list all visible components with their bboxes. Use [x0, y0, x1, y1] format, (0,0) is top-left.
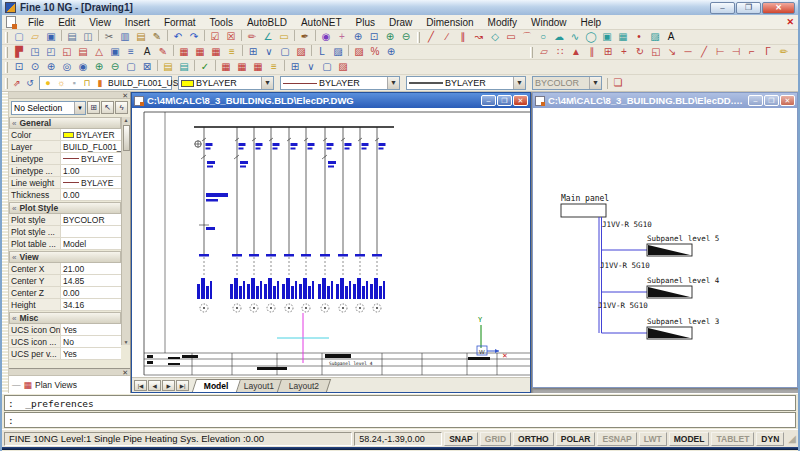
view-orbit-icon[interactable]: ⇗ — [11, 76, 23, 90]
zoom-window2-icon[interactable]: ⊡ — [11, 60, 27, 74]
named-views-icon[interactable]: ⊞ — [287, 60, 303, 74]
spline-icon[interactable]: ∿ — [567, 30, 583, 44]
layer-combo[interactable]: ●☼▪⊓▮ BUILD_FL001_US ▼ — [39, 76, 172, 90]
image-tool-icon[interactable]: ▨ — [293, 45, 309, 59]
section-header-misc[interactable]: «Misc — [9, 312, 121, 324]
property-value[interactable]: BYCOLOR — [61, 214, 121, 225]
plan-views-titlebar[interactable]: ✕ — [9, 368, 130, 375]
scroll-down-icon[interactable]: ▼ — [124, 339, 129, 345]
dim-grid-a-icon[interactable]: ▦ — [218, 60, 234, 74]
layer-freeze-vp-icon[interactable]: ▪ — [68, 76, 80, 90]
array-icon[interactable]: ⊞ — [600, 45, 616, 59]
property-row[interactable]: LayerBUILD_FL001_ — [9, 141, 121, 153]
coordinates-display[interactable]: 58.24,-1.39,0.00 — [354, 432, 442, 446]
property-value[interactable]: 1.00 — [61, 165, 121, 176]
percent-tool-icon[interactable]: % — [367, 45, 383, 59]
status-toggle-model[interactable]: MODEL — [669, 432, 710, 446]
command-input[interactable]: : — [4, 412, 796, 428]
property-value[interactable]: BYLAYER — [61, 129, 121, 140]
opening-tool-icon[interactable]: ◳ — [27, 45, 43, 59]
child-maximize-button[interactable]: ❐ — [764, 95, 779, 106]
menu-item-file[interactable]: File — [21, 16, 51, 29]
property-row[interactable]: Plot styleBYCOLOR — [9, 214, 121, 226]
layout-tool-icon[interactable]: L — [314, 45, 330, 59]
property-value[interactable] — [61, 226, 121, 237]
stretch-icon[interactable]: ↘ — [664, 45, 680, 59]
menu-item-modify[interactable]: Modify — [481, 16, 524, 29]
door-tool-icon[interactable]: ◱ — [59, 45, 75, 59]
select-objects-button[interactable]: ↖ — [101, 101, 114, 114]
redo-icon[interactable]: ↷ — [186, 30, 202, 44]
property-row[interactable]: Thickness0.00 — [9, 189, 121, 201]
property-value[interactable]: Model — [61, 238, 121, 249]
text-icon[interactable]: A — [663, 30, 679, 44]
toolbar-handle[interactable] — [5, 78, 8, 89]
property-row[interactable]: Plot table ...Model — [9, 238, 121, 250]
command-history[interactable]: : _preferences — [4, 395, 796, 411]
palette-scrollbar[interactable]: ▲ ▼ — [121, 117, 130, 345]
revcloud-icon[interactable]: ☁ — [551, 30, 567, 44]
property-value[interactable]: Yes — [61, 324, 121, 335]
layer-previous-icon[interactable]: ▤ — [176, 60, 192, 74]
property-row[interactable]: Linetype ...1.00 — [9, 165, 121, 177]
drawing-window-elecdp[interactable]: C:\4M\CALC\8_3_BUILDING.BLD\ElecDP.DWG –… — [131, 92, 531, 393]
property-value[interactable]: BUILD_FL001_ — [61, 141, 121, 152]
copy-icon[interactable]: ▥ — [117, 30, 133, 44]
check2-icon[interactable]: ∨ — [303, 60, 319, 74]
brush-icon[interactable]: ✒ — [297, 30, 313, 44]
property-value[interactable]: 21.00 — [61, 263, 121, 274]
chevron-down-icon[interactable]: ▼ — [513, 77, 525, 89]
toolbar-handle[interactable] — [530, 47, 533, 58]
layers-icon[interactable]: ▤ — [160, 60, 176, 74]
sketch-icon[interactable]: ✏ — [244, 30, 260, 44]
dim-table-1-icon[interactable]: ▦ — [176, 45, 192, 59]
make-current-icon[interactable]: ✓ — [197, 60, 213, 74]
section-header-general[interactable]: «General — [9, 117, 121, 129]
child-minimize-button[interactable]: – — [748, 95, 763, 106]
child-maximize-button[interactable]: ❐ — [497, 95, 512, 106]
status-toggle-grid[interactable]: GRID — [480, 432, 511, 446]
right-drawing-canvas[interactable]: Main panel J1VV-R 5G10 Subpanel level 5 … — [533, 108, 797, 387]
property-value[interactable]: 14.85 — [61, 275, 121, 286]
zoom-window-icon[interactable]: ⊡ — [366, 30, 382, 44]
property-value[interactable]: BYLAYE — [61, 177, 121, 188]
property-row[interactable]: Center Z0.00 — [9, 287, 121, 299]
column-tool-icon[interactable]: ▣ — [107, 45, 123, 59]
property-row[interactable]: Plot style ... — [9, 226, 121, 238]
palette-dock-grip[interactable] — [2, 92, 9, 393]
property-row[interactable]: LinetypeBYLAYE — [9, 153, 121, 165]
menu-item-tools[interactable]: Tools — [203, 16, 240, 29]
tab-nav-button[interactable]: ▶| — [176, 380, 189, 391]
print-preview-icon[interactable]: ◫ — [80, 30, 96, 44]
child-title-bar[interactable]: C:\4M\CALC\8_3_BUILDING.BLD\ElecDD.dwg –… — [533, 93, 797, 108]
linetype-combo[interactable]: BYLAYER ▼ — [280, 76, 400, 90]
zoom-out2-icon[interactable]: ⊖ — [107, 60, 123, 74]
trim-icon[interactable]: ╱ — [696, 45, 712, 59]
zoom-in-icon[interactable]: ⊕ — [382, 30, 398, 44]
wall-tool-icon[interactable]: ▛ — [11, 45, 27, 59]
field-check-icon[interactable]: ☑ — [207, 30, 223, 44]
zoom-object-icon[interactable]: ◉ — [75, 60, 91, 74]
palette-close-icon[interactable]: ✕ — [122, 92, 128, 99]
chevron-down-icon[interactable]: ▼ — [74, 102, 85, 114]
tab-nav-button[interactable]: ▶ — [162, 380, 175, 391]
selection-combo[interactable]: No Selection ▼ — [11, 101, 86, 115]
zoom-all-icon[interactable]: ▢ — [123, 60, 139, 74]
move-icon[interactable]: + — [616, 45, 632, 59]
hatch-icon[interactable]: ▨ — [647, 30, 663, 44]
render-icon[interactable]: ▨ — [335, 60, 351, 74]
zoom-out-icon[interactable]: ⊖ — [398, 30, 414, 44]
menu-item-format[interactable]: Format — [157, 16, 203, 29]
rectangle-icon[interactable]: ▭ — [503, 30, 519, 44]
view-rotate-icon[interactable]: ↺ — [24, 76, 36, 90]
zoom-in2-icon[interactable]: ⊕ — [91, 60, 107, 74]
paste-icon[interactable]: ▤ — [133, 30, 149, 44]
make-block-icon[interactable]: ▦ — [615, 30, 631, 44]
menu-item-autonet[interactable]: AutoNET — [294, 16, 349, 29]
polygon-icon[interactable]: ◇ — [487, 30, 503, 44]
toolbar-handle[interactable] — [5, 47, 8, 58]
menu-item-view[interactable]: View — [82, 16, 118, 29]
status-toggle-lwt[interactable]: LWT — [639, 432, 667, 446]
dim-style-icon[interactable]: ✎ — [155, 45, 171, 59]
property-row[interactable]: UCS icon OnYes — [9, 324, 121, 336]
